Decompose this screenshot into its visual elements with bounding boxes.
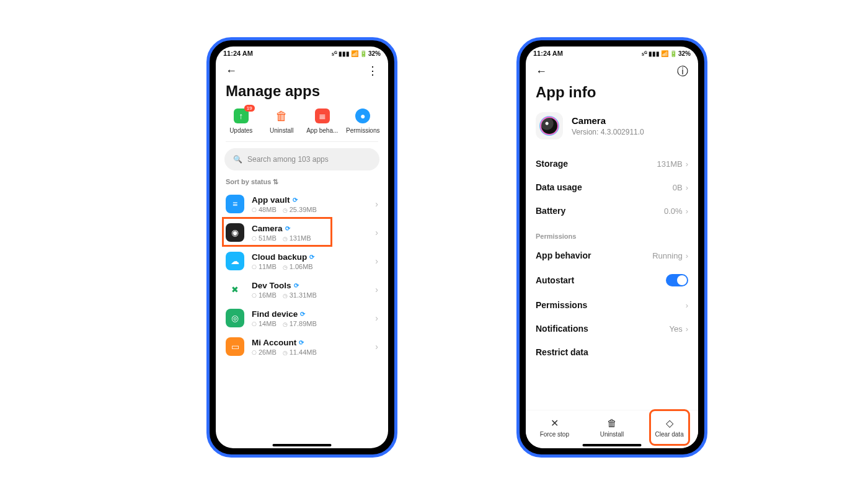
status-time: 11:24 AM: [223, 50, 253, 57]
force-icon: ✕: [551, 417, 559, 429]
divider: [226, 141, 378, 142]
back-icon[interactable]: ←: [534, 65, 548, 78]
search-icon: 🔍: [233, 155, 242, 164]
app-name: Camera ⟳: [252, 224, 311, 233]
clear-icon: ◇: [666, 417, 673, 429]
search-placeholder: Search among 103 apps: [247, 155, 329, 164]
action-clear[interactable]: ◇Clear data: [653, 414, 686, 441]
chevron-right-icon: ›: [686, 206, 688, 216]
loading-icon: ⟳: [294, 282, 299, 289]
back-icon[interactable]: ←: [224, 64, 238, 78]
app-card: Camera Version: 4.3.002911.0: [526, 110, 698, 152]
sort-dropdown[interactable]: Sort by status ⇅: [216, 178, 388, 190]
chevron-right-icon: ›: [375, 199, 378, 209]
action-uninstall[interactable]: 🗑Uninstall: [596, 418, 628, 438]
search-input[interactable]: 🔍 Search among 103 apps: [224, 148, 379, 170]
app-name: Find device ⟳: [252, 309, 317, 319]
app-icon: ✖: [226, 280, 244, 299]
app-row-app-vault[interactable]: ≡ App vault ⟳ 48MB25.39MB ›: [216, 190, 388, 218]
phone-manage-apps: 11:24 AM ₅ᴳ▮▮▮📶🔋32% ← ⋮ Manage apps ↑19 …: [206, 37, 397, 458]
loading-icon: ⟳: [300, 311, 305, 317]
setting-row-autostart[interactable]: Autostart: [526, 267, 698, 293]
app-row-mi-account[interactable]: ▭ Mi Account ⟳ 26MB11.44MB ›: [216, 332, 388, 361]
chevron-right-icon: ›: [375, 256, 378, 266]
sort-chevron-icon: ⇅: [273, 178, 278, 185]
tool-permissions[interactable]: ● Permissions: [345, 108, 380, 134]
app-name: Cloud backup ⟳: [252, 252, 314, 262]
loading-icon: ⟳: [293, 197, 298, 203]
chevron-right-icon: ›: [375, 285, 378, 294]
chevron-right-icon: ›: [375, 313, 378, 323]
app-icon: ◎: [226, 309, 244, 327]
setting-row-data-usage[interactable]: Data usage0B ›: [526, 175, 698, 199]
app-icon: ≡: [226, 195, 244, 213]
chevron-right-icon: ›: [686, 324, 688, 334]
tool-uninstall[interactable]: 🗑 Uninstall: [264, 108, 299, 134]
updates-icon: ↑19: [234, 108, 249, 123]
chevron-right-icon: ›: [375, 342, 378, 352]
home-indicator: [583, 444, 642, 446]
app-row-cloud-backup[interactable]: ☁ Cloud backup ⟳ 11MB1.06MB ›: [216, 247, 388, 275]
setting-row-permissions[interactable]: Permissions›: [526, 293, 698, 317]
trash-icon: 🗑: [274, 108, 289, 123]
page-title: Manage apps: [216, 80, 388, 108]
app-name: Camera: [572, 115, 644, 126]
status-bar: 11:24 AM ₅ᴳ▮▮▮📶🔋32%: [526, 46, 698, 59]
app-row-dev-tools[interactable]: ✖ Dev Tools ⟳ 16MB31.31MB ›: [216, 275, 388, 304]
chevron-right-icon: ›: [686, 301, 688, 310]
setting-row-restrict-data: Restrict data: [526, 340, 698, 364]
app-version: Version: 4.3.002911.0: [572, 128, 644, 136]
tool-updates[interactable]: ↑19 Updates: [224, 108, 259, 134]
chevron-right-icon: ›: [686, 251, 688, 260]
app-row-find-device[interactable]: ◎ Find device ⟳ 14MB17.89MB ›: [216, 304, 388, 332]
tool-appbehavior[interactable]: ≣ App beha...: [305, 108, 340, 134]
permissions-icon: ●: [355, 108, 370, 123]
info-icon[interactable]: ⓘ: [676, 64, 689, 79]
action-bar: ✕Force stop🗑Uninstall◇Clear data: [526, 410, 698, 448]
app-name: App vault ⟳: [252, 195, 317, 205]
overflow-menu-icon[interactable]: ⋮: [366, 64, 379, 78]
app-icon: ☁: [226, 252, 244, 270]
setting-row-notifications[interactable]: NotificationsYes ›: [526, 317, 698, 340]
behavior-icon: ≣: [315, 108, 330, 123]
app-icon: ▭: [226, 337, 244, 356]
chevron-right-icon: ›: [375, 228, 378, 237]
home-indicator: [273, 444, 332, 446]
section-permissions: Permissions: [526, 223, 698, 244]
status-bar: 11:24 AM ₅ᴳ▮▮▮📶🔋32%: [216, 46, 388, 59]
app-icon: ◉: [226, 223, 244, 242]
loading-icon: ⟳: [299, 339, 304, 346]
app-row-camera[interactable]: ◉ Camera ⟳ 51MB131MB ›: [216, 218, 388, 247]
loading-icon: ⟳: [309, 254, 314, 260]
chevron-right-icon: ›: [686, 159, 688, 169]
setting-row-storage[interactable]: Storage131MB ›: [526, 152, 698, 175]
setting-row-app-behavior[interactable]: App behaviorRunning ›: [526, 244, 698, 267]
toggle-switch[interactable]: [666, 274, 688, 286]
uninstall-icon: 🗑: [607, 418, 617, 429]
setting-row-battery[interactable]: Battery0.0% ›: [526, 199, 698, 223]
app-icon: [536, 112, 563, 140]
toolbar: ↑19 Updates 🗑 Uninstall ≣ App beha... ● …: [216, 108, 388, 141]
app-name: Mi Account ⟳: [252, 338, 317, 347]
status-icons: ₅ᴳ▮▮▮📶🔋32%: [330, 50, 381, 57]
app-list: ≡ App vault ⟳ 48MB25.39MB › ◉ Camera ⟳ 5…: [216, 190, 388, 448]
action-force[interactable]: ✕Force stop: [538, 417, 570, 438]
app-name: Dev Tools ⟳: [252, 281, 317, 290]
chevron-right-icon: ›: [686, 183, 688, 192]
phone-app-info: 11:24 AM ₅ᴳ▮▮▮📶🔋32% ← ⓘ App info Camera …: [516, 37, 707, 458]
page-title: App info: [526, 81, 698, 110]
loading-icon: ⟳: [285, 225, 290, 232]
